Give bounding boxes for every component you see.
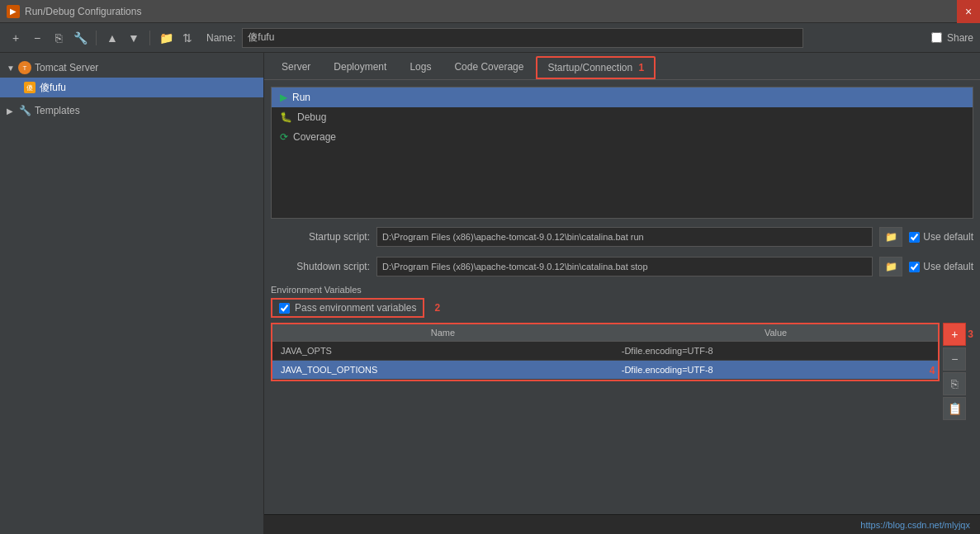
- remove-env-button[interactable]: −: [943, 347, 966, 371]
- title-bar: ▶ Run/Debug Configurations ×: [0, 0, 980, 23]
- run-mode-debug[interactable]: 🐛 Debug: [272, 107, 973, 127]
- tab-startup-connection[interactable]: Startup/Connection 1: [536, 56, 656, 79]
- paste-env-button[interactable]: 📋: [943, 397, 966, 420]
- move-down-button[interactable]: ▼: [125, 29, 143, 47]
- env-variables-table: Name Value JAVA_OPTS -Dfile.encoding=UTF…: [272, 324, 938, 380]
- env-section: Environment Variables Pass environment v…: [271, 285, 973, 508]
- fufu-label: 傻fufu: [40, 81, 66, 95]
- env-table-area: Name Value JAVA_OPTS -Dfile.encoding=UTF…: [271, 323, 973, 420]
- startup-script-input[interactable]: [376, 227, 873, 247]
- config-name-input[interactable]: [242, 28, 803, 48]
- title-bar-text: Run/Debug Configurations: [25, 6, 141, 17]
- move-up-button[interactable]: ▲: [103, 29, 121, 47]
- run-triangle-icon: ▶: [280, 92, 287, 103]
- csdn-link[interactable]: https://blog.csdn.net/mlyjqx: [860, 520, 970, 530]
- env-name-cell: JAVA_TOOL_OPTIONS: [272, 361, 613, 380]
- annotation-4: 4: [930, 365, 935, 376]
- startup-use-default-checkbox[interactable]: [909, 232, 920, 243]
- close-button[interactable]: ×: [957, 0, 980, 23]
- table-row[interactable]: JAVA_OPTS -Dfile.encoding=UTF-8: [272, 342, 938, 361]
- annotation-1: 1: [639, 62, 645, 73]
- tomcat-icon: T: [18, 61, 31, 74]
- toolbar-separator-2: [149, 31, 150, 45]
- env-action-buttons: + 3 − ⎘ 📋: [943, 323, 973, 420]
- bottom-bar: https://blog.csdn.net/mlyjqx: [264, 514, 980, 534]
- debug-icon: 🐛: [280, 111, 292, 123]
- expand-arrow-templates: ▶: [7, 106, 17, 116]
- sidebar: ▼ T Tomcat Server 傻 傻fufu ▶: [0, 53, 264, 534]
- shutdown-use-default-label: Use default: [923, 261, 973, 272]
- expand-arrow-tomcat: ▼: [7, 64, 17, 73]
- sort-button[interactable]: ⇅: [178, 29, 196, 47]
- table-row[interactable]: JAVA_TOOL_OPTIONS -Dfile.encoding=UTF-8: [272, 361, 938, 380]
- debug-label: Debug: [297, 111, 326, 123]
- coverage-label: Coverage: [293, 131, 336, 143]
- env-name-cell: JAVA_OPTS: [272, 342, 613, 361]
- annotation-3: 3: [968, 328, 973, 340]
- toolbar-separator: [96, 31, 97, 45]
- col-name-header: Name: [272, 324, 613, 342]
- wrench-button[interactable]: 🔧: [71, 29, 89, 47]
- env-table-border: Name Value JAVA_OPTS -Dfile.encoding=UTF…: [271, 323, 940, 381]
- toolbar: + − ⎘ 🔧 ▲ ▼ 📁 ⇅ Name: Share: [0, 23, 980, 53]
- sidebar-item-fufu[interactable]: 傻 傻fufu: [0, 78, 263, 97]
- copy-config-button[interactable]: ⎘: [50, 29, 68, 47]
- tab-deployment[interactable]: Deployment: [323, 56, 397, 79]
- env-value-cell: -Dfile.encoding=UTF-8: [613, 361, 939, 380]
- coverage-icon: ⟳: [280, 131, 288, 143]
- tab-logs[interactable]: Logs: [399, 56, 442, 79]
- startup-folder-button[interactable]: 📁: [879, 227, 902, 247]
- tabs-bar: Server Deployment Logs Code Coverage Sta…: [264, 53, 980, 80]
- right-panel: Server Deployment Logs Code Coverage Sta…: [264, 53, 980, 534]
- env-value-cell: -Dfile.encoding=UTF-8: [613, 342, 939, 361]
- app-icon: ▶: [7, 5, 20, 18]
- pass-env-checkbox[interactable]: [279, 303, 290, 314]
- shutdown-script-row: Shutdown script: 📁 Use default: [271, 255, 973, 278]
- tab-code-coverage[interactable]: Code Coverage: [443, 56, 534, 79]
- add-env-button[interactable]: +: [943, 323, 966, 346]
- startup-label: Startup script:: [271, 231, 370, 243]
- content-area: ▼ T Tomcat Server 傻 傻fufu ▶: [0, 53, 980, 534]
- sidebar-item-templates[interactable]: ▶ 🔧 Templates: [0, 101, 263, 121]
- main-layout: + − ⎘ 🔧 ▲ ▼ 📁 ⇅ Name: Share ▼ T: [0, 23, 980, 534]
- run-mode-list: ▶ Run 🐛 Debug ⟳ Coverage: [271, 87, 973, 219]
- env-header: Environment Variables: [271, 285, 973, 295]
- remove-config-button[interactable]: −: [28, 29, 46, 47]
- share-area: Share: [931, 32, 973, 44]
- startup-script-row: Startup script: 📁 Use default: [271, 225, 973, 248]
- folder-button[interactable]: 📁: [157, 29, 175, 47]
- shutdown-label: Shutdown script:: [271, 261, 370, 272]
- fufu-icon: 傻: [23, 81, 36, 94]
- wrench-icon: 🔧: [18, 104, 31, 117]
- tomcat-server-label: Tomcat Server: [35, 62, 98, 73]
- templates-label: Templates: [35, 105, 80, 116]
- pass-env-label: Pass environment variables: [295, 302, 416, 314]
- shutdown-script-input[interactable]: [376, 257, 873, 276]
- startup-use-default: Use default: [909, 231, 973, 243]
- run-mode-run[interactable]: ▶ Run: [272, 87, 973, 107]
- sidebar-item-tomcat-server[interactable]: ▼ T Tomcat Server: [0, 58, 263, 78]
- annotation-2: 2: [434, 302, 440, 314]
- name-label: Name:: [206, 32, 235, 44]
- shutdown-use-default-checkbox[interactable]: [909, 262, 920, 272]
- add-config-button[interactable]: +: [7, 29, 25, 47]
- tomcat-server-group: ▼ T Tomcat Server 傻 傻fufu: [0, 56, 263, 99]
- templates-group: ▶ 🔧 Templates: [0, 99, 263, 122]
- tab-content: ▶ Run 🐛 Debug ⟳ Coverage Startup script:: [264, 80, 980, 514]
- run-label: Run: [292, 92, 310, 103]
- startup-use-default-label: Use default: [923, 231, 973, 243]
- run-mode-coverage[interactable]: ⟳ Coverage: [272, 127, 973, 147]
- pass-env-container: Pass environment variables: [271, 298, 424, 318]
- col-value-header: Value: [613, 324, 939, 342]
- tab-server[interactable]: Server: [271, 56, 321, 79]
- copy-env-button[interactable]: ⎘: [943, 372, 966, 395]
- share-label: Share: [947, 32, 973, 44]
- share-checkbox[interactable]: [931, 32, 942, 43]
- shutdown-use-default: Use default: [909, 261, 973, 272]
- shutdown-folder-button[interactable]: 📁: [879, 257, 902, 276]
